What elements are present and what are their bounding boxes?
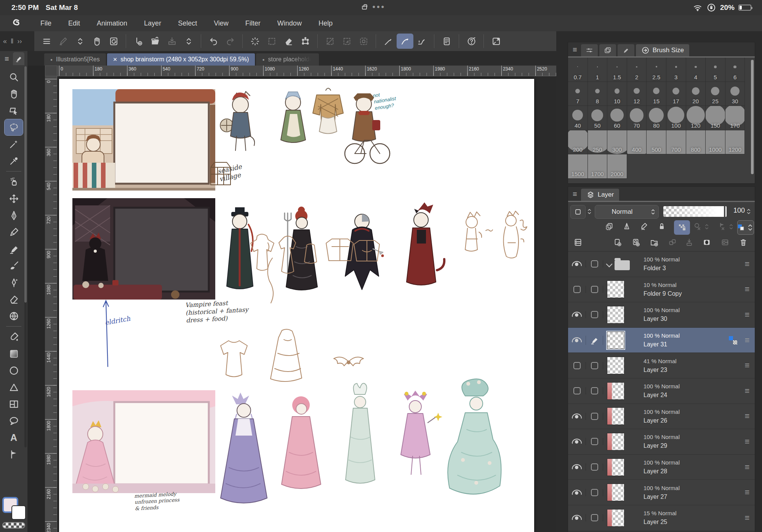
tool-move-layer[interactable] [5,191,23,207]
visibility-eye-icon[interactable] [572,464,582,470]
redo-button[interactable] [222,34,239,49]
layer-select-checkbox[interactable] [591,514,598,521]
menu-layer[interactable]: Layer [136,17,170,29]
layer-row-menu-icon[interactable]: ≡ [740,386,755,396]
brush-size-2000[interactable]: 2000 [607,154,627,179]
document-tab-2[interactable]: ×shop brainstorm (2480 x 3052px 300dpi 5… [107,53,255,66]
layer-row-layer-26[interactable]: 100 % NormalLayer 26≡ [568,404,755,429]
lock-transparent-pixels-button[interactable] [674,220,690,235]
layer-mask-button[interactable] [702,238,711,247]
clear-selection-button[interactable] [280,34,297,49]
ruler-display-stepper[interactable] [727,222,735,232]
layer-row-layer-31[interactable]: 100 % NormalLayer 31≡ [568,328,755,353]
layer-select-checkbox[interactable] [591,387,598,394]
subtool-tab[interactable] [599,44,616,56]
ruler-display-button[interactable] [717,222,727,231]
tool-balloon[interactable] [5,413,23,429]
numeric-keypad-button[interactable] [438,34,455,49]
layer-row-layer-23[interactable]: 41 % NormalLayer 23≡ [568,353,755,378]
open-file-button[interactable] [147,34,163,49]
layer-thumbnail[interactable] [607,382,624,400]
layer-select-checkbox[interactable] [591,311,598,318]
new-layer-button[interactable] [613,238,622,247]
brush-size-1500[interactable]: 1500 [568,154,588,179]
layer-thumbnail[interactable] [607,433,624,450]
combine-mode-button[interactable] [570,205,586,219]
layer-row-menu-icon[interactable]: ≡ [740,259,755,269]
brush-size-tab[interactable]: Brush Size [636,44,689,56]
menu-file[interactable]: File [32,17,60,29]
tool-scrollbar[interactable] [24,66,27,447]
chevron-updown-button[interactable] [72,34,88,49]
transform-button[interactable] [297,34,314,49]
brush-size-6[interactable]: 6 [725,58,745,82]
tool-line-correction[interactable] [5,446,23,462]
brush-size-12[interactable]: 12 [627,82,647,106]
visibility-eye-icon[interactable] [572,261,582,267]
brush-size-700[interactable]: 700 [666,130,686,155]
palette-color-button[interactable] [737,220,754,235]
reselect-button[interactable] [263,34,280,49]
tool-decoration[interactable] [5,274,23,290]
layer-thumbnail[interactable] [607,509,624,527]
brush-size-0.7[interactable]: 0.7 [568,58,588,82]
brush-size-1[interactable]: 1 [588,58,608,82]
clip-to-layer-button[interactable] [605,222,614,231]
layer-select-checkbox[interactable] [591,286,598,293]
expand-right-icon[interactable]: ›› [17,37,22,45]
brush-tab[interactable] [618,44,634,56]
visibility-hidden-toggle[interactable] [573,387,581,394]
polyline-pen-button[interactable] [413,34,430,49]
merge-down-button[interactable] [685,238,694,247]
layer-row-menu-icon[interactable]: ≡ [740,462,755,472]
opacity-stepper[interactable] [745,207,752,216]
panel-handle-icon[interactable]: ‖ [11,37,13,45]
main-menu-button[interactable] [38,34,55,49]
layer-thumbnail[interactable] [607,280,624,298]
new-folder-button[interactable] [650,238,659,247]
layer-color-button[interactable] [693,222,702,231]
layer-select-checkbox[interactable] [591,260,598,268]
brush-palette-menu-icon[interactable]: ≡ [573,45,577,54]
brush-size-2.5[interactable]: 2.5 [647,58,666,82]
tool-figure[interactable] [5,362,23,378]
new-canvas-button[interactable] [130,34,147,49]
layer-row-folder-3[interactable]: 100 % NormalFolder 3≡ [568,252,755,277]
invert-selection-button[interactable] [322,34,338,49]
brush-size-150[interactable]: 150 [706,106,725,130]
selection-border-button[interactable] [355,34,372,49]
canvas-page[interactable]: seasidevillage notnationalistenough? Vam… [59,79,534,532]
layer-color-stepper[interactable] [703,222,711,232]
brush-size-1200[interactable]: 1200 [725,130,745,155]
brush-size-25[interactable]: 25 [706,82,725,106]
tool-hand[interactable] [5,86,23,102]
new-material-layer-button[interactable] [631,238,640,247]
brush-size-400[interactable]: 400 [627,130,647,155]
visibility-eye-icon[interactable] [572,413,582,419]
brush-size-80[interactable]: 80 [647,106,666,130]
document-tab-3[interactable]: ●store placeholde [256,53,319,66]
layer-row-folder-9-copy[interactable]: 10 % NormalFolder 9 Copy≡ [568,277,755,303]
brush-size-1700[interactable]: 1700 [588,154,608,179]
opacity-slider[interactable] [663,206,727,217]
visibility-eye-icon[interactable] [572,337,582,343]
layer-thumbnail[interactable] [607,407,624,425]
brush-size-1000[interactable]: 1000 [706,130,725,155]
rotate-canvas-button[interactable] [105,34,122,49]
tab-close-icon[interactable]: × [113,56,117,64]
brush-size-70[interactable]: 70 [627,106,647,130]
layer-row-layer-28[interactable]: 100 % NormalLayer 28≡ [568,455,755,480]
layer-row-menu-icon[interactable]: ≡ [740,513,755,523]
layer-row-menu-icon[interactable]: ≡ [740,437,755,447]
brush-size-10[interactable]: 10 [607,82,627,106]
collapse-left-icon[interactable]: « [3,37,7,45]
layer-select-checkbox[interactable] [591,489,598,496]
tool-airbrush[interactable] [5,174,23,190]
brush-size-60[interactable]: 60 [607,106,627,130]
tool-gradient[interactable] [5,346,23,362]
tool-blend[interactable] [5,308,23,324]
layer-list-view-button[interactable] [573,238,583,247]
tool-palette-tab[interactable] [13,52,24,65]
straight-line-button[interactable] [380,34,397,49]
visibility-hidden-toggle[interactable] [573,362,581,369]
